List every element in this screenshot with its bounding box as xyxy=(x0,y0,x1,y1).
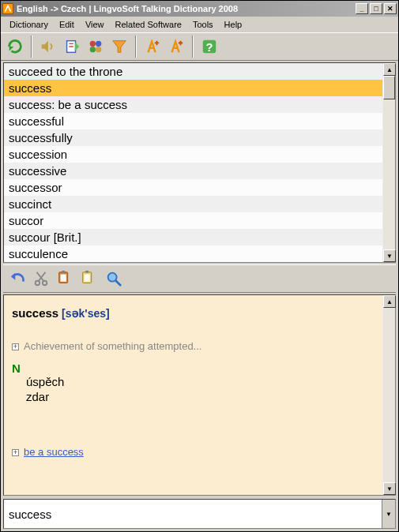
main-toolbar: ? xyxy=(1,32,398,61)
related-row: +be a success xyxy=(12,446,375,458)
menu-edit[interactable]: Edit xyxy=(54,18,80,31)
part-of-speech: N xyxy=(12,362,375,375)
svg-point-3 xyxy=(96,41,101,47)
detail-panel: success [sək'ses] +Achievement of someth… xyxy=(3,294,396,496)
headword-line: success [sək'ses] xyxy=(12,306,375,320)
scroll-up-button[interactable]: ▲ xyxy=(383,63,396,76)
app-icon xyxy=(2,3,13,14)
menu-view[interactable]: View xyxy=(80,18,110,31)
wordlist-item[interactable]: successfully xyxy=(4,129,382,146)
window-title: English -> Czech | LingvoSoft Talking Di… xyxy=(17,4,354,13)
menu-dictionary[interactable]: Dictionary xyxy=(4,18,54,31)
svg-rect-12 xyxy=(62,271,65,273)
scrollbar-thumb[interactable] xyxy=(383,76,395,99)
svg-point-4 xyxy=(90,47,96,52)
wordlist-item[interactable]: successive xyxy=(4,163,382,179)
wordlist-item[interactable]: succulence xyxy=(4,245,382,262)
wordlist-item[interactable]: succor xyxy=(4,212,382,229)
detail-content: success [sək'ses] +Achievement of someth… xyxy=(4,295,382,495)
scrollbar-track[interactable] xyxy=(383,308,395,482)
translation: úspěch xyxy=(26,375,375,390)
svg-rect-14 xyxy=(85,275,90,282)
scroll-down-button[interactable]: ▼ xyxy=(383,249,396,262)
phonetic: [sək'ses] xyxy=(62,307,110,320)
search-input[interactable] xyxy=(4,500,382,528)
categories-button[interactable] xyxy=(85,36,107,58)
wordlist-item[interactable]: successor xyxy=(4,179,382,196)
wordlist-scrollbar[interactable]: ▲ ▼ xyxy=(382,63,395,262)
menu-related-software[interactable]: Related Software xyxy=(110,18,187,31)
wordlist-panel: succeed to the thronesuccesssuccess: be … xyxy=(3,62,396,263)
titlebar: English -> Czech | LingvoSoft Talking Di… xyxy=(1,1,398,17)
menu-tools[interactable]: Tools xyxy=(187,18,219,31)
translation: zdar xyxy=(26,390,375,405)
expand-icon[interactable]: + xyxy=(12,449,19,456)
undo-button[interactable] xyxy=(6,268,28,290)
cut-button[interactable] xyxy=(30,268,52,290)
menu-help[interactable]: Help xyxy=(219,18,248,31)
detail-scrollbar[interactable]: ▲ ▼ xyxy=(382,295,395,495)
wordlist-item[interactable]: success xyxy=(4,80,382,96)
font-decrease-button[interactable] xyxy=(165,36,187,58)
scroll-down-button[interactable]: ▼ xyxy=(383,482,396,495)
window-controls: _ □ ✕ xyxy=(354,3,397,14)
toolbar-separator xyxy=(135,36,137,58)
svg-rect-11 xyxy=(61,275,66,282)
help-button[interactable]: ? xyxy=(198,36,220,58)
close-button[interactable]: ✕ xyxy=(384,3,397,14)
svg-rect-15 xyxy=(85,271,88,273)
copy-button[interactable] xyxy=(54,268,76,290)
speak-button[interactable] xyxy=(37,36,59,58)
wordlist-item[interactable]: succour [Brit.] xyxy=(4,229,382,245)
scroll-up-button[interactable]: ▲ xyxy=(383,295,396,308)
wordlist-item[interactable]: succeed to the throne xyxy=(4,63,382,80)
wordlist-item[interactable]: success: be a success xyxy=(4,96,382,113)
maximize-button[interactable]: □ xyxy=(370,3,382,14)
search-area: ▼ xyxy=(3,499,396,529)
toolbar-separator xyxy=(31,36,32,58)
svg-point-2 xyxy=(90,41,96,47)
related-link[interactable]: be a success xyxy=(24,446,84,458)
svg-point-5 xyxy=(96,47,101,52)
expand-icon[interactable]: + xyxy=(12,343,19,350)
search-button[interactable] xyxy=(103,268,125,290)
wordlist[interactable]: succeed to the thronesuccesssuccess: be … xyxy=(4,63,382,262)
definition-text: Achievement of something attempted... xyxy=(24,340,201,352)
paste-button[interactable] xyxy=(77,268,100,290)
minimize-button[interactable]: _ xyxy=(356,3,368,14)
scrollbar-track[interactable] xyxy=(383,76,395,249)
svg-text:?: ? xyxy=(206,41,213,54)
app-window: English -> Czech | LingvoSoft Talking Di… xyxy=(0,0,399,532)
filter-button[interactable] xyxy=(108,36,130,58)
headword: success xyxy=(12,306,58,320)
wordlist-item[interactable]: succinct xyxy=(4,196,382,212)
font-increase-button[interactable] xyxy=(141,36,164,58)
wordlist-item[interactable]: successful xyxy=(4,113,382,129)
search-dropdown-button[interactable]: ▼ xyxy=(382,500,395,528)
toolbar-separator xyxy=(192,36,194,58)
definition-row: +Achievement of something attempted... xyxy=(12,340,375,352)
clipboard-button[interactable] xyxy=(61,36,83,58)
wordlist-item[interactable]: succession xyxy=(4,146,382,163)
menubar: Dictionary Edit View Related Software To… xyxy=(1,17,398,32)
refresh-button[interactable] xyxy=(4,36,26,58)
detail-toolbar xyxy=(3,264,396,293)
